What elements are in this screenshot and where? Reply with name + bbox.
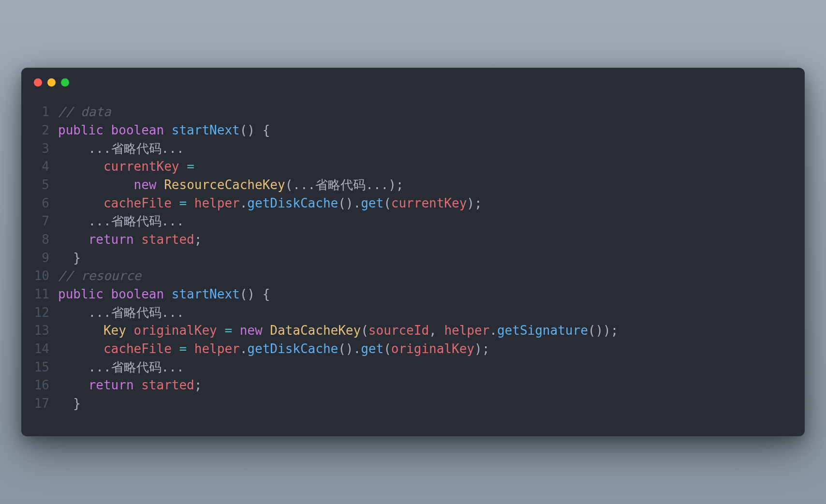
line-number: 5	[31, 176, 58, 194]
code-text[interactable]: Key originalKey = new DataCacheKey(sourc…	[58, 322, 795, 340]
token-tx	[134, 378, 142, 392]
token-fn: startNext	[172, 123, 240, 137]
code-text[interactable]: // resource	[58, 267, 795, 285]
token-pn: ());	[588, 323, 619, 338]
token-tx	[263, 323, 270, 338]
token-pn: );	[474, 341, 489, 356]
token-id: originalKey	[391, 341, 474, 356]
code-text[interactable]: ...省略代码...	[58, 358, 795, 377]
code-text[interactable]: }	[58, 395, 795, 413]
line-number: 9	[31, 249, 58, 267]
line-number: 15	[31, 358, 58, 377]
token-tx	[172, 196, 179, 210]
token-id: sourceId	[369, 323, 429, 338]
token-pn: .	[489, 323, 497, 338]
line-number: 2	[31, 121, 58, 140]
token-pn: () {	[240, 123, 270, 137]
code-editor[interactable]: 1// data2public boolean startNext() {3 .…	[21, 91, 805, 413]
code-line[interactable]: 5 new ResourceCacheKey(...省略代码...);	[31, 176, 795, 194]
token-fn: get	[361, 341, 384, 356]
token-op: =	[224, 323, 232, 338]
code-text[interactable]: cacheFile = helper.getDiskCache().get(cu…	[58, 194, 795, 213]
close-icon[interactable]	[34, 78, 42, 87]
code-text[interactable]: currentKey =	[58, 158, 795, 176]
token-id: cacheFile	[103, 341, 172, 356]
code-line[interactable]: 12 ...省略代码...	[31, 304, 795, 322]
token-cl: ResourceCacheKey	[164, 178, 285, 192]
code-text[interactable]: ...省略代码...	[58, 140, 795, 158]
code-text[interactable]: public boolean startNext() {	[58, 121, 795, 140]
line-number: 8	[31, 231, 58, 249]
token-pn: ().	[338, 341, 361, 356]
line-number: 11	[31, 285, 58, 304]
token-tx	[134, 232, 142, 247]
token-cl: Key	[103, 323, 126, 338]
code-line[interactable]: 7 ...省略代码...	[31, 212, 795, 231]
token-tx	[58, 178, 134, 192]
token-fn: getSignature	[497, 323, 588, 338]
token-fn: startNext	[172, 287, 240, 301]
token-fn: get	[361, 196, 384, 210]
token-id: started	[141, 232, 194, 247]
code-line[interactable]: 17 }	[31, 395, 795, 413]
line-number: 1	[31, 103, 58, 121]
token-kw: public	[58, 123, 103, 137]
code-line[interactable]: 14 cacheFile = helper.getDiskCache().get…	[31, 340, 795, 358]
code-line[interactable]: 6 cacheFile = helper.getDiskCache().get(…	[31, 194, 795, 213]
token-pn: ;	[194, 232, 202, 247]
token-id: helper	[444, 323, 489, 338]
token-tx: ...省略代码...	[58, 141, 184, 156]
code-text[interactable]: ...省略代码...	[58, 304, 795, 322]
code-text[interactable]: ...省略代码...	[58, 212, 795, 231]
code-line[interactable]: 2public boolean startNext() {	[31, 121, 795, 140]
code-line[interactable]: 13 Key originalKey = new DataCacheKey(so…	[31, 322, 795, 340]
token-pn: (	[361, 323, 369, 338]
minimize-icon[interactable]	[47, 78, 56, 87]
code-text[interactable]: cacheFile = helper.getDiskCache().get(or…	[58, 340, 795, 358]
token-tx: ...省略代码...	[58, 305, 184, 320]
token-pn: .	[240, 196, 248, 210]
token-tx	[172, 341, 179, 356]
code-line[interactable]: 1// data	[31, 103, 795, 121]
token-pn: }	[58, 251, 81, 265]
code-text[interactable]: return started;	[58, 376, 795, 395]
code-line[interactable]: 11public boolean startNext() {	[31, 285, 795, 304]
token-tx	[58, 196, 103, 210]
token-pn: () {	[240, 287, 270, 301]
token-cl: DataCacheKey	[270, 323, 361, 338]
code-line[interactable]: 8 return started;	[31, 231, 795, 249]
token-id: started	[141, 378, 194, 392]
token-op: =	[179, 341, 187, 356]
window-titlebar	[21, 68, 805, 91]
code-line[interactable]: 3 ...省略代码...	[31, 140, 795, 158]
code-line[interactable]: 4 currentKey =	[31, 158, 795, 176]
code-window: 1// data2public boolean startNext() {3 .…	[21, 68, 805, 436]
code-text[interactable]: }	[58, 249, 795, 267]
code-line[interactable]: 16 return started;	[31, 376, 795, 395]
line-number: 13	[31, 322, 58, 340]
token-kw: new	[134, 178, 157, 192]
token-cm: // resource	[58, 268, 141, 283]
token-tx	[58, 378, 88, 392]
code-line[interactable]: 15 ...省略代码...	[31, 358, 795, 377]
token-cm: // data	[58, 104, 111, 119]
code-text[interactable]: public boolean startNext() {	[58, 285, 795, 304]
token-tx: ...省略代码...	[58, 214, 184, 228]
token-id: currentKey	[391, 196, 467, 210]
code-line[interactable]: 10// resource	[31, 267, 795, 285]
token-tx	[157, 178, 164, 192]
token-tx	[58, 323, 103, 338]
line-number: 7	[31, 212, 58, 231]
token-kw: public	[58, 287, 103, 301]
code-text[interactable]: return started;	[58, 231, 795, 249]
code-line[interactable]: 9 }	[31, 249, 795, 267]
code-text[interactable]: new ResourceCacheKey(...省略代码...);	[58, 176, 795, 194]
zoom-icon[interactable]	[61, 78, 69, 87]
token-tx	[217, 323, 225, 338]
token-kw: return	[88, 232, 134, 247]
token-id: helper	[194, 196, 240, 210]
token-tx	[103, 287, 111, 301]
token-fn: getDiskCache	[247, 196, 338, 210]
code-text[interactable]: // data	[58, 103, 795, 121]
token-pn: .	[240, 341, 248, 356]
